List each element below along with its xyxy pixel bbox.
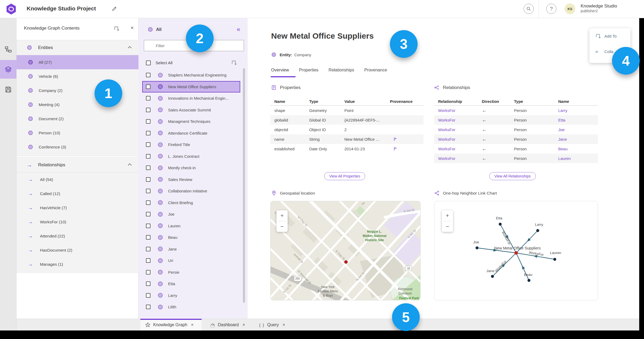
zoom-out-button[interactable]: − xyxy=(442,221,453,232)
zoom-in-button[interactable]: + xyxy=(442,210,453,221)
list-item[interactable]: Montly check-in xyxy=(138,162,244,174)
entity-link[interactable]: Jane xyxy=(558,137,598,142)
scrollbar-thumb[interactable] xyxy=(243,68,245,303)
checkbox[interactable] xyxy=(146,84,150,89)
node-joe[interactable] xyxy=(476,247,479,249)
node-center[interactable] xyxy=(515,251,518,255)
zoom-in-button[interactable]: + xyxy=(276,210,288,221)
save-icon[interactable] xyxy=(5,86,12,93)
relationship-link[interactable]: WorksFor xyxy=(438,118,482,122)
list-item[interactable]: Uri xyxy=(138,255,244,267)
checkbox[interactable] xyxy=(146,166,150,170)
entity-link[interactable]: Lauren xyxy=(558,156,598,161)
checkbox[interactable] xyxy=(146,212,150,216)
relationship-link[interactable]: WorksFor xyxy=(438,156,482,161)
chevron-up-icon[interactable] xyxy=(128,163,132,167)
checkbox[interactable] xyxy=(146,281,150,286)
checkbox[interactable] xyxy=(146,235,150,240)
checkbox[interactable] xyxy=(146,258,150,263)
sidebar-item-called[interactable]: → Called (12) xyxy=(17,187,138,201)
sidebar-item-manages[interactable]: → Manages (1) xyxy=(17,257,138,271)
sidebar-item-conference[interactable]: Conference (3) xyxy=(17,140,138,154)
select-all-checkbox[interactable] xyxy=(146,60,151,65)
add-to-menu-item[interactable]: Add To xyxy=(589,28,630,44)
list-item[interactable]: Etta xyxy=(138,278,244,290)
list-item[interactable]: Jane xyxy=(138,243,244,255)
data-model-icon[interactable] xyxy=(5,46,12,53)
entities-group-header[interactable]: Entities xyxy=(17,40,138,55)
checkbox[interactable] xyxy=(146,108,150,112)
zoom-out-button[interactable]: − xyxy=(276,221,288,232)
checkbox[interactable] xyxy=(146,189,150,193)
list-item[interactable]: Innovations in Mechanical Engin... xyxy=(138,92,244,104)
edit-title-icon[interactable] xyxy=(111,6,117,12)
sidebar-item-attended[interactable]: → Attended (22) xyxy=(17,229,138,243)
account-info[interactable]: Knowledge Studio publisher2 xyxy=(581,3,617,14)
node-etta[interactable] xyxy=(499,223,502,226)
checkbox[interactable] xyxy=(146,119,150,124)
entity-link[interactable]: Joe xyxy=(558,127,598,132)
close-panel-icon[interactable]: × xyxy=(131,25,134,31)
collapse-panel-icon[interactable]: « xyxy=(237,26,240,33)
tab-knowledge-graph[interactable]: Knowledge Graph × xyxy=(145,321,194,329)
relationships-group-header[interactable]: → Relationships xyxy=(17,158,138,172)
chevron-up-icon[interactable] xyxy=(128,46,132,50)
list-item[interactable]: Collaboration initiative xyxy=(138,185,244,197)
checkbox[interactable] xyxy=(146,293,150,298)
checkbox[interactable] xyxy=(146,224,150,228)
list-item[interactable]: L. Jones Contract xyxy=(138,151,244,162)
list-item[interactable]: Attendance Certificate xyxy=(138,127,244,139)
add-card-icon[interactable] xyxy=(231,60,237,66)
avatar[interactable]: KS xyxy=(565,3,575,14)
checkbox[interactable] xyxy=(146,142,150,147)
checkbox[interactable] xyxy=(146,96,150,100)
view-all-properties-button[interactable]: View All Properties xyxy=(324,172,365,180)
checkbox[interactable] xyxy=(146,177,150,182)
tab-query[interactable]: { } Query × xyxy=(259,321,285,329)
sidebar-item-worksfor[interactable]: → WorksFor (10) xyxy=(17,215,138,229)
view-all-relationships-button[interactable]: View All Relationships xyxy=(489,172,536,180)
link-chart-view[interactable]: WorksFor WorksFor WorksFor Etta Larry Jo… xyxy=(434,201,598,300)
checkbox[interactable] xyxy=(146,247,150,251)
node-lauren[interactable] xyxy=(553,258,556,261)
list-item[interactable]: Joe xyxy=(138,208,244,220)
sidebar-item-entities-all[interactable]: All (27) xyxy=(17,55,138,69)
close-tab-icon[interactable]: × xyxy=(242,322,245,328)
checkbox[interactable] xyxy=(146,270,150,275)
list-item[interactable]: Sales Review xyxy=(138,174,244,185)
relationship-link[interactable]: WorksFor xyxy=(438,137,482,142)
checkbox[interactable] xyxy=(146,305,150,309)
entity-link[interactable]: Larry xyxy=(558,108,598,113)
checkbox[interactable] xyxy=(146,131,150,135)
search-button[interactable] xyxy=(524,4,534,14)
knowledge-studio-logo-icon[interactable] xyxy=(5,3,17,15)
add-card-icon[interactable] xyxy=(114,26,120,31)
node-beau[interactable] xyxy=(528,279,531,282)
list-item[interactable]: Staplers Mechanical Engineering xyxy=(138,69,244,81)
tab-relationships[interactable]: Relationships xyxy=(329,68,354,72)
list-item[interactable]: Larry xyxy=(138,290,244,301)
help-button[interactable]: ? xyxy=(546,4,556,14)
provenance-flag-icon[interactable] xyxy=(393,147,398,151)
layers-icon[interactable] xyxy=(5,66,12,73)
relationship-link[interactable]: WorksFor xyxy=(438,108,482,113)
list-item[interactable]: Persie xyxy=(138,267,244,278)
relationship-link[interactable]: WorksFor xyxy=(438,127,482,132)
sidebar-item-rel-all[interactable]: → All (54) xyxy=(17,172,138,187)
provenance-flag-icon[interactable] xyxy=(393,137,398,142)
tab-properties[interactable]: Properties xyxy=(299,68,319,72)
checkbox[interactable] xyxy=(146,73,150,77)
checkbox[interactable] xyxy=(146,200,150,205)
list-item[interactable]: Client Briefing xyxy=(138,197,244,209)
node-larry[interactable] xyxy=(536,229,539,232)
checkbox[interactable] xyxy=(146,154,150,159)
sidebar-item-vehicle[interactable]: Vehicle (6) xyxy=(17,69,138,83)
tab-dashboard[interactable]: Dashboard × xyxy=(210,321,245,329)
list-item[interactable]: Firebird Title xyxy=(138,139,244,151)
sidebar-item-document[interactable]: Document (2) xyxy=(17,112,138,126)
sidebar-item-hasvehicle[interactable]: → HasVehicle (7) xyxy=(17,201,138,215)
sidebar-item-hasdocument[interactable]: → HasDocument (2) xyxy=(17,243,138,257)
list-item[interactable]: Sales Associate Summit xyxy=(138,104,244,116)
entity-link[interactable]: Etta xyxy=(558,118,598,122)
tab-provenance[interactable]: Provenance xyxy=(364,68,387,72)
